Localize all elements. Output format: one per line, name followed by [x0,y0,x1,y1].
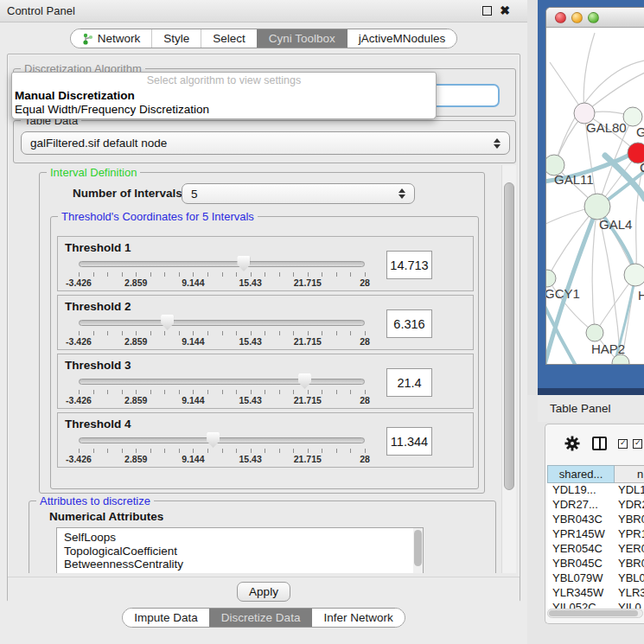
tab-infer-network[interactable]: Infer Network [311,609,404,627]
threshold-label: Threshold 4 [65,418,131,430]
column-header[interactable]: n [615,465,644,483]
network-node-gal4[interactable] [584,194,610,220]
network-node-label[interactable]: C [640,160,644,175]
checkbox-icon[interactable] [633,439,642,449]
threshold-value-field[interactable]: 11.344 [386,427,432,456]
tab-cyni-toolbox[interactable]: Cyni Toolbox [257,29,347,48]
minimize-window-icon[interactable] [571,12,583,23]
threshold-slider-track[interactable] [79,437,365,443]
table-row[interactable]: YDL19...YDL1 [547,483,644,498]
table-cell: YIL052C [547,601,615,609]
threshold-value-field[interactable]: 6.316 [386,309,432,338]
algorithm-option[interactable]: Equal Width/Frequency Discretization [12,103,436,117]
threshold-slider-track[interactable] [79,379,365,385]
network-canvas[interactable]: GAL80GCGAL11GAL4GCY1HHAP2 [546,28,644,365]
attribute-list-item[interactable]: BetweennessCentrality [64,558,423,571]
network-node-label[interactable]: HAP2 [591,341,625,356]
table-panel-titlebar: Table Panel [538,395,644,422]
column-header[interactable]: shared... [547,465,615,483]
combo-stepper-icon [490,138,504,149]
settings-gear-icon[interactable] [564,436,580,451]
threshold-slider-thumb[interactable] [161,315,174,330]
node-table: shared...n YDL19...YDL1YDR27...YDR2YBR04… [547,465,644,609]
tab-select[interactable]: Select [201,29,257,48]
threshold-slider-thumb[interactable] [298,373,311,389]
zoom-window-icon[interactable] [588,12,599,23]
threshold-slider-track[interactable] [79,261,365,267]
attributes-list-scrollbar[interactable] [413,528,423,573]
slider-tick [251,390,252,394]
table-row[interactable]: YDR27...YDR2 [547,498,644,513]
slider-tick-label: 15.43 [239,454,261,464]
slider-tick [222,390,223,394]
table-row[interactable]: YBR043CYBR0 [547,513,644,527]
threshold-value-field[interactable]: 21.4 [386,368,432,397]
slider-tick [293,390,294,394]
table-row[interactable]: YER054CYER0 [547,542,644,557]
tab-style[interactable]: Style [151,29,201,48]
tab-impute-data[interactable]: Impute Data [123,609,209,627]
slider-tick [322,272,322,277]
slider-tick [164,449,165,453]
tab-jactivemnodules[interactable]: jActiveMNodules [347,29,457,48]
control-panel-titlebar: Control Panel ✖ [0,0,527,22]
threshold-slider-track[interactable] [79,320,365,326]
slider-tick [350,449,351,453]
algorithm-dropdown-popup: Select algorithm to view settings Manual… [11,72,437,119]
split-columns-icon[interactable] [592,437,607,450]
slider-tick [365,390,366,394]
network-node-hap2[interactable] [586,324,603,341]
numerical-attributes-list[interactable]: SelfLoopsTopologicalCoefficientBetweenne… [56,527,424,573]
table-row[interactable]: YBR045CYBR0 [547,557,644,571]
checkbox-icon[interactable] [618,439,628,449]
table-horizontal-scrollbar[interactable] [547,609,643,618]
table-row[interactable]: YIL052CYIL0 [547,601,644,609]
network-edge [586,73,644,112]
threshold-value-field[interactable]: 14.713 [386,251,432,279]
network-node-label[interactable]: GAL80 [586,120,627,135]
float-panel-icon[interactable] [482,6,492,16]
network-node-node-h[interactable] [624,264,644,286]
network-node-label[interactable]: G [636,124,644,139]
settings-vertical-scrollbar[interactable] [501,165,516,573]
slider-tick [336,449,337,453]
slider-tick-label: 15.43 [239,395,261,405]
slider-tick [79,331,80,335]
tab-label: Select [213,32,245,45]
table-data-group: Table Data galFiltered.sif default node [13,120,516,163]
table-cell: YLR345W [547,586,615,601]
network-node-label[interactable]: GAL11 [554,172,594,187]
table-row[interactable]: YLR345WYLR3 [547,586,644,601]
apply-button[interactable]: Apply [237,582,290,602]
slider-tick [122,449,123,453]
number-of-intervals-combobox[interactable]: 5 [182,183,415,204]
numerical-attributes-label: Numerical Attributes [49,510,163,523]
tab-label: jActiveMNodules [359,32,446,45]
tab-network[interactable]: Network [71,29,152,48]
slider-tick [279,390,280,394]
close-panel-icon[interactable]: ✖ [500,6,510,16]
slider-tick [150,331,151,335]
slider-tick [308,390,309,394]
network-node-label[interactable]: H [638,288,644,303]
network-node-label[interactable]: GAL4 [599,217,632,232]
network-node-gcy1[interactable] [546,270,556,287]
close-window-icon[interactable] [555,12,566,23]
table-toolbar [545,433,644,454]
tab-discretize-data[interactable]: Discretize Data [209,609,312,627]
slider-tick [207,449,208,453]
algorithm-option[interactable]: Manual Discretization [12,89,436,103]
table-row[interactable]: YPR145WYPR1 [547,527,644,542]
threshold-slider-thumb[interactable] [207,432,220,448]
attribute-list-item[interactable]: TopologicalCoefficient [64,545,423,558]
attribute-list-item[interactable]: SelfLoops [64,531,423,545]
table-cell: YBR0 [615,513,644,527]
top-tab-bar: NetworkStyleSelectCyni ToolboxjActiveMNo… [0,29,527,48]
slider-tick [308,331,309,335]
attributes-to-discretize-group: Attributes to discretize Numerical Attri… [29,501,496,573]
slider-tick [365,449,366,453]
threshold-slider-thumb[interactable] [237,256,250,271]
table-row[interactable]: YBL079WYBL0 [547,571,644,586]
network-node-label[interactable]: GCY1 [546,286,580,301]
table-data-combobox[interactable]: galFiltered.sif default node [21,131,510,155]
